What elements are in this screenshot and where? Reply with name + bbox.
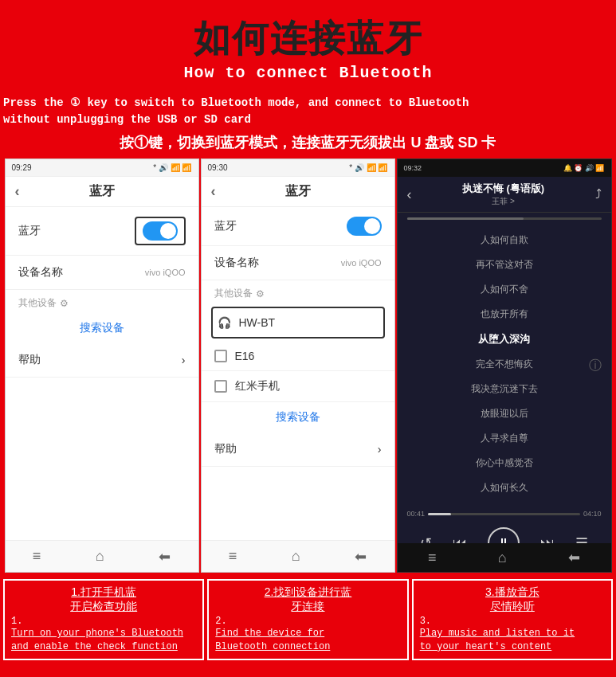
status-bar-1: 09:29 * 🔊 📶 📶: [6, 159, 198, 177]
music-status-icons: 🔔 ⏰ 🔊 📶: [563, 164, 605, 172]
menu-icon-2[interactable]: ≡: [229, 548, 237, 565]
bt-help-row-1: 帮助 ›: [6, 343, 198, 378]
music-share-icon[interactable]: ⤴: [595, 187, 602, 202]
music-header: ‹ 执迷不悔 (粤语版) 王菲 > ⤴: [398, 177, 611, 213]
music-time-total: 04:10: [583, 510, 602, 518]
step-1-title-zh: 1.打开手机蓝开启检查功能: [11, 585, 196, 614]
page-header: 如何连接蓝牙 How to connect Bluetooth: [0, 0, 616, 88]
bt-other-devices-label-1: 其他设备 ⚙: [6, 290, 198, 313]
music-back-nav-icon[interactable]: ⬅: [568, 549, 580, 566]
bt-hw-bt-highlight: 🎧 HW-BT: [211, 307, 385, 338]
music-status-time: 09:32: [404, 164, 422, 172]
back-icon-1[interactable]: ⬅: [159, 548, 171, 565]
music-status-bar: 09:32 🔔 ⏰ 🔊 📶: [398, 159, 611, 177]
bt-device-name-label-2: 设备名称: [214, 256, 259, 270]
phone-title-1: 蓝牙: [89, 183, 115, 200]
status-icons-2: * 🔊 📶 📶: [349, 163, 387, 172]
bt-device-hw: 🎧 HW-BT: [214, 310, 382, 335]
music-title-area: 执迷不悔 (粤语版) 王菲 >: [462, 182, 544, 207]
bt-device-e16: E16: [202, 342, 394, 371]
music-volume-bar: [407, 217, 602, 220]
bt-row-toggle-1: 蓝牙: [6, 207, 198, 256]
music-song-4: 也放开所有: [398, 302, 611, 327]
music-bottom-nav: ≡ ⌂ ⬅: [398, 543, 611, 572]
phone-header-1: ‹ 蓝牙: [6, 177, 198, 207]
step-1-box: 1.打开手机蓝开启检查功能 1. Turn on your phone's Bl…: [3, 579, 204, 660]
bottom-nav-2: ≡ ⌂ ⬅: [202, 540, 394, 572]
music-progress-bar: 00:41 04:10: [407, 510, 602, 518]
bt-device-hw-label: HW-BT: [239, 316, 276, 329]
music-song-title: 执迷不悔 (粤语版): [462, 182, 544, 196]
music-back-icon[interactable]: ‹: [407, 186, 412, 203]
bt-label-1: 蓝牙: [18, 224, 41, 238]
music-song-7: 我决意沉迷下去: [398, 377, 611, 401]
phone-header-2: ‹ 蓝牙: [202, 177, 394, 207]
music-playlist: 人如何自欺 再不管这对否 人如何不舍 也放开所有 从堕入深沟 完全不想悔疚 我决…: [398, 225, 611, 503]
music-song-6: 完全不想悔疚: [398, 352, 611, 377]
music-player-screen: 09:32 🔔 ⏰ 🔊 📶 ‹ 执迷不悔 (粤语版) 王菲 > ⤴ 人如何自欺 …: [397, 158, 612, 573]
bt-device-redmi-label: 红米手机: [235, 379, 280, 393]
description-english: Press the ① key to switch to Bluetooth m…: [0, 88, 616, 130]
bt-row-toggle-2: 蓝牙: [202, 207, 394, 246]
step-3-number: 3.: [420, 616, 605, 627]
phone-screen-2: 09:30 * 🔊 📶 📶 ‹ 蓝牙 蓝牙 设备名称 vivo iQOO 其他设…: [201, 158, 395, 573]
bt-search-2[interactable]: 搜索设备: [202, 402, 394, 432]
bt-device-name-value-1: vivo iQOO: [145, 268, 186, 277]
bt-checkbox-e16[interactable]: [214, 350, 227, 362]
music-song-8: 放眼迎以后: [398, 401, 611, 426]
status-icons-1: * 🔊 📶 📶: [153, 163, 191, 172]
step-1-number: 1.: [11, 616, 196, 627]
music-progress-track[interactable]: [428, 513, 580, 515]
music-progress-fill: [428, 513, 451, 515]
step-2-desc: Find the device forBluetooth connection: [215, 627, 400, 654]
back-icon-2[interactable]: ⬅: [355, 548, 367, 565]
bt-search-1[interactable]: 搜索设备: [6, 313, 198, 343]
back-arrow-1[interactable]: ‹: [15, 183, 20, 200]
step-3-box: 3.播放音乐尽情聆听 3. Play music and listen to i…: [412, 579, 613, 660]
back-arrow-2[interactable]: ‹: [211, 183, 216, 200]
bt-toggle-on-1[interactable]: [143, 221, 178, 241]
bt-device-name-row-1: 设备名称 vivo iQOO: [6, 256, 198, 290]
music-menu-icon[interactable]: ≡: [428, 550, 437, 566]
menu-icon-1[interactable]: ≡: [33, 548, 41, 565]
status-time-2: 09:30: [208, 163, 228, 172]
music-home-icon[interactable]: ⌂: [498, 550, 507, 566]
step-1-desc: Turn on your phone's Bluetoothand enable…: [11, 627, 196, 654]
phone-screen-1: 09:29 * 🔊 📶 📶 ‹ 蓝牙 蓝牙 设备名称 vivo iQOO 其他设…: [5, 158, 199, 573]
home-icon-2[interactable]: ⌂: [292, 548, 300, 565]
music-time-current: 00:41: [407, 510, 426, 518]
music-volume-fill: [407, 217, 524, 220]
music-song-9: 人寻求自尊: [398, 426, 611, 451]
status-time-1: 09:29: [12, 163, 32, 172]
title-english: How to connect Bluetooth: [8, 64, 608, 82]
step-3-desc: Play music and listen to itto your heart…: [420, 627, 605, 654]
phone-title-2: 蓝牙: [285, 183, 311, 200]
music-song-10: 你心中感觉否: [398, 451, 611, 475]
step-2-box: 2.找到设备进行蓝牙连接 2. Find the device forBluet…: [207, 579, 408, 660]
bt-label-2: 蓝牙: [214, 219, 237, 233]
status-bar-2: 09:30 * 🔊 📶 📶: [202, 159, 394, 177]
step-2-title-zh: 2.找到设备进行蓝牙连接: [215, 585, 400, 614]
info-icon: ⓘ: [589, 358, 602, 374]
description-chinese: 按①键，切换到蓝牙模式，连接蓝牙无须拔出 U 盘或 SD 卡: [0, 130, 616, 158]
music-artist: 王菲 >: [462, 196, 544, 207]
step-2-number: 2.: [215, 616, 400, 627]
music-song-2: 再不管这对否: [398, 252, 611, 277]
bt-device-name-label-1: 设备名称: [18, 265, 63, 280]
music-song-3: 人如何不舍: [398, 277, 611, 302]
bt-help-row-2: 帮助 ›: [202, 432, 394, 467]
bottom-nav-1: ≡ ⌂ ⬅: [6, 540, 198, 572]
bt-toggle-on-2[interactable]: [347, 217, 382, 236]
step-3-title-zh: 3.播放音乐尽情聆听: [420, 585, 605, 614]
bt-device-name-row-2: 设备名称 vivo iQOO: [202, 246, 394, 280]
music-song-1: 人如何自欺: [398, 228, 611, 252]
bt-device-redmi: 红米手机: [202, 371, 394, 402]
bt-toggle-highlight-1: [135, 217, 186, 245]
bt-checkbox-redmi[interactable]: [214, 380, 227, 393]
headphone-icon: 🎧: [218, 316, 231, 329]
bt-help-label-1: 帮助: [18, 353, 41, 367]
bt-help-label-2: 帮助: [214, 442, 237, 456]
music-song-5-active: 从堕入深沟: [398, 327, 611, 352]
title-chinese: 如何连接蓝牙: [8, 14, 608, 64]
home-icon-1[interactable]: ⌂: [96, 548, 104, 565]
